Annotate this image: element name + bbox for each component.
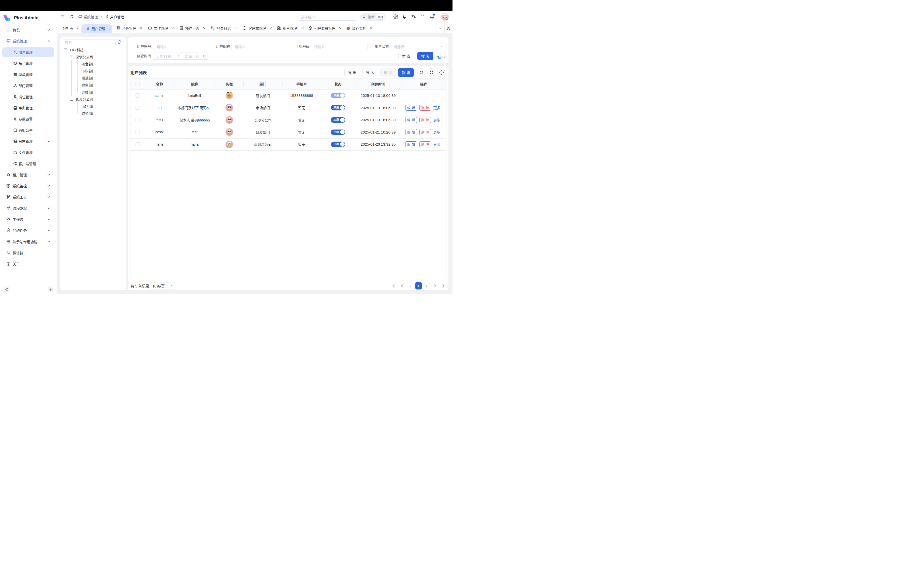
svg-text:redis: redis bbox=[347, 29, 349, 30]
